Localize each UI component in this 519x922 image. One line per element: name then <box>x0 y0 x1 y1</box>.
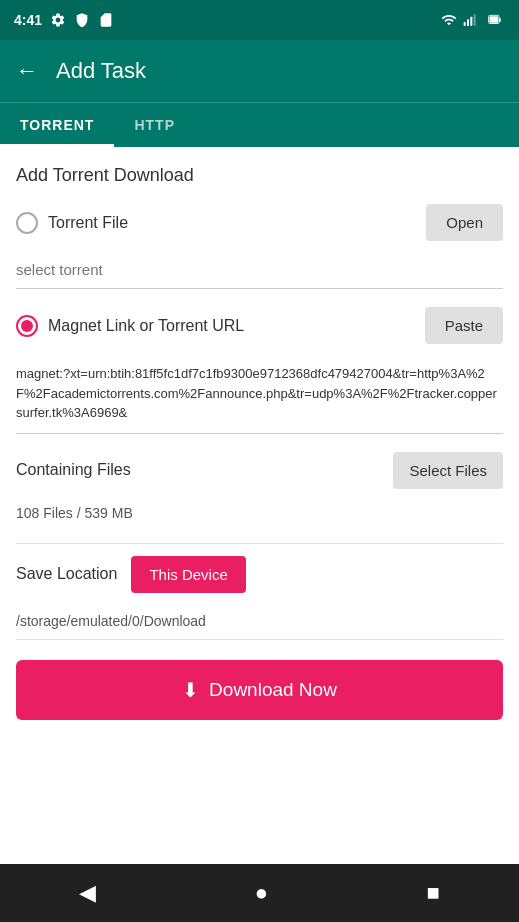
section-title: Add Torrent Download <box>16 165 503 186</box>
svg-rect-5 <box>489 16 498 22</box>
settings-icon <box>50 12 66 28</box>
magnet-link-row: Magnet Link or Torrent URL Paste <box>16 307 503 344</box>
download-now-label: Download Now <box>209 679 337 701</box>
app-bar-title: Add Task <box>56 58 146 84</box>
nav-home-button[interactable]: ● <box>255 880 268 906</box>
app-bar: ← Add Task <box>0 40 519 102</box>
divider-1 <box>16 543 503 544</box>
tab-http[interactable]: HTTP <box>114 103 195 147</box>
svg-rect-2 <box>470 17 472 26</box>
magnet-link-option[interactable]: Magnet Link or Torrent URL <box>16 315 244 337</box>
torrent-file-option[interactable]: Torrent File <box>16 212 128 234</box>
magnet-url-display: magnet:?xt=urn:btih:81ff5fc1df7c1fb9300e… <box>16 354 503 434</box>
status-right <box>441 12 505 28</box>
content-area: Add Torrent Download Torrent File Open M… <box>0 147 519 864</box>
torrent-file-row: Torrent File Open <box>16 204 503 241</box>
sim-icon <box>98 12 114 28</box>
download-now-button[interactable]: ⬇ Download Now <box>16 660 503 720</box>
containing-files-row: Containing Files Select Files <box>16 452 503 489</box>
nav-recent-button[interactable]: ■ <box>426 880 439 906</box>
signal-icon <box>463 12 479 28</box>
tab-bar: TORRENT HTTP <box>0 102 519 147</box>
svg-rect-3 <box>474 14 476 26</box>
status-left: 4:41 <box>14 12 114 28</box>
download-icon: ⬇ <box>182 678 199 702</box>
torrent-input[interactable] <box>16 251 503 289</box>
status-bar: 4:41 <box>0 0 519 40</box>
torrent-file-radio[interactable] <box>16 212 38 234</box>
nav-bar: ◀ ● ■ <box>0 864 519 922</box>
shield-icon <box>74 12 90 28</box>
svg-rect-0 <box>464 22 466 26</box>
open-button[interactable]: Open <box>426 204 503 241</box>
magnet-link-radio-inner <box>21 320 33 332</box>
save-location-label: Save Location <box>16 565 117 583</box>
magnet-link-label: Magnet Link or Torrent URL <box>48 317 244 335</box>
status-time: 4:41 <box>14 12 42 28</box>
wifi-icon <box>441 12 457 28</box>
back-button[interactable]: ← <box>16 58 38 84</box>
storage-path: /storage/emulated/0/Download <box>16 603 503 640</box>
tab-torrent[interactable]: TORRENT <box>0 103 114 147</box>
select-files-button[interactable]: Select Files <box>393 452 503 489</box>
battery-icon <box>485 13 505 27</box>
torrent-file-label: Torrent File <box>48 214 128 232</box>
svg-rect-6 <box>499 18 501 22</box>
magnet-link-radio[interactable] <box>16 315 38 337</box>
nav-back-button[interactable]: ◀ <box>79 880 96 906</box>
paste-button[interactable]: Paste <box>425 307 503 344</box>
save-location-row: Save Location This Device <box>16 556 503 593</box>
svg-rect-1 <box>467 19 469 26</box>
this-device-button[interactable]: This Device <box>131 556 245 593</box>
containing-files-label: Containing Files <box>16 461 131 479</box>
files-info: 108 Files / 539 MB <box>16 497 503 529</box>
